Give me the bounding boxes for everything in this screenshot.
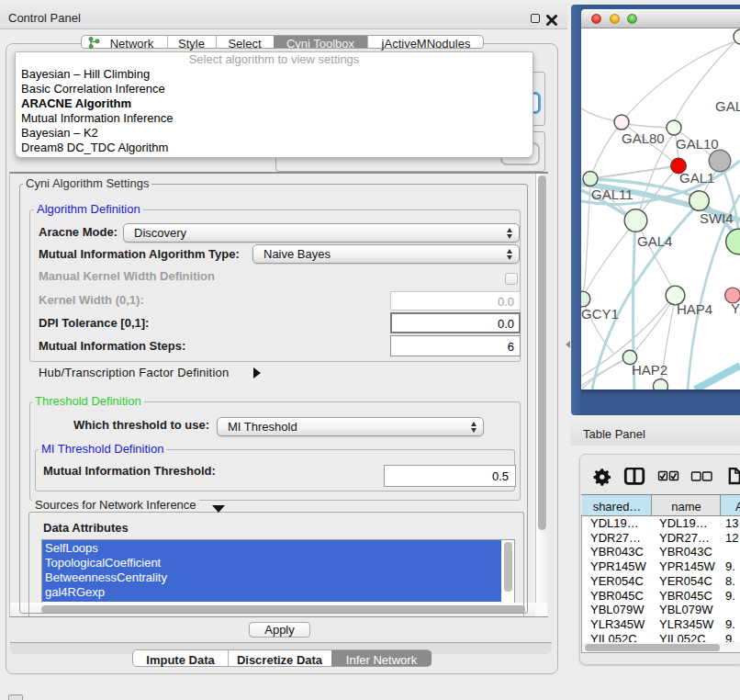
svg-text:GAL11: GAL11 [591, 186, 633, 202]
svg-text:GAL80: GAL80 [622, 130, 665, 146]
svg-text:HAP4: HAP4 [677, 301, 712, 317]
svg-text:GAL4: GAL4 [637, 233, 672, 249]
svg-text:HAP2: HAP2 [632, 362, 667, 378]
svg-text:GCY1: GCY1 [581, 306, 619, 322]
svg-text:GAL10: GAL10 [676, 136, 719, 152]
svg-text:GAL7: GAL7 [715, 98, 740, 114]
svg-text:SWI4: SWI4 [700, 210, 734, 226]
svg-text:YM: YM [731, 300, 740, 316]
svg-text:GAL1: GAL1 [679, 170, 714, 186]
